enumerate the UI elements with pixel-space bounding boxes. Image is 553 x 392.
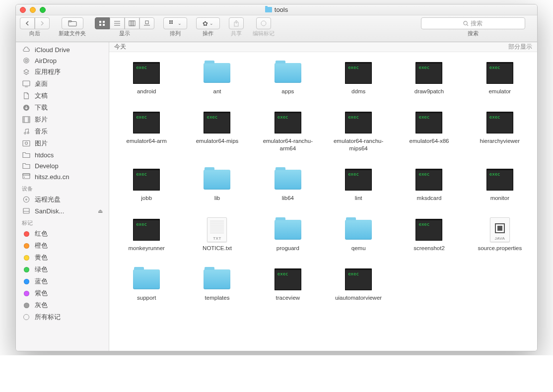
file-item[interactable]: draw9patch <box>397 61 461 95</box>
sidebar-item-label: 文稿 <box>35 91 48 100</box>
file-label: hierarchyviewer <box>480 137 520 144</box>
file-label: qemu <box>351 245 366 252</box>
edittags-button[interactable] <box>256 17 271 29</box>
file-item[interactable]: NOTICE.txt <box>185 218 249 252</box>
tag-dot-icon <box>24 279 29 284</box>
titlebar[interactable]: tools <box>16 4 537 15</box>
file-label: ddms <box>351 88 365 95</box>
doc-icon <box>22 92 31 100</box>
sidebar-item[interactable]: 文稿 <box>16 90 109 102</box>
file-item[interactable]: android <box>114 61 179 95</box>
sidebar-item[interactable]: iCloud Drive <box>16 44 109 55</box>
file-item[interactable]: lib <box>185 168 249 201</box>
file-item[interactable]: ant <box>185 61 249 95</box>
file-item[interactable]: monitor <box>468 168 532 201</box>
svg-rect-25 <box>23 81 30 86</box>
sidebar-item[interactable]: hitsz.edu.cn <box>16 171 109 182</box>
file-item[interactable]: jobb <box>114 168 179 201</box>
minimize-button[interactable] <box>30 7 36 13</box>
svg-rect-4 <box>99 24 101 26</box>
file-item[interactable]: monkeyrunner <box>114 218 179 252</box>
sidebar-tag-item[interactable]: 绿色 <box>16 263 109 275</box>
sidebar-tag-item[interactable]: 红色 <box>16 228 109 240</box>
newfolder-group: 新建文件夹 <box>59 17 86 37</box>
traffic-lights <box>20 7 46 13</box>
view-coverflow-button[interactable] <box>139 17 154 29</box>
file-item[interactable]: lib64 <box>256 168 320 201</box>
close-button[interactable] <box>20 7 26 13</box>
newfolder-button[interactable] <box>62 17 83 29</box>
file-item[interactable]: mksdcard <box>397 168 461 201</box>
sidebar-device-item[interactable]: 远程光盘 <box>16 194 109 205</box>
file-item[interactable]: emulator64-mips <box>185 111 249 152</box>
file-label: lint <box>355 195 362 201</box>
file-item[interactable]: emulator <box>468 61 532 95</box>
file-item[interactable]: screenshot2 <box>397 218 461 252</box>
files-area[interactable]: androidantappsddmsdraw9patchemulatoremul… <box>109 52 537 351</box>
sidebar-tag-item[interactable]: 蓝色 <box>16 275 109 287</box>
sidebar-item[interactable]: AirDrop <box>16 55 109 66</box>
view-label: 显示 <box>119 30 130 37</box>
sidebar-device-item[interactable]: SanDisk...⏏ <box>16 205 109 216</box>
file-item[interactable]: uiautomatorviewer <box>326 267 391 301</box>
back-button[interactable] <box>20 17 35 29</box>
cloud-icon <box>22 46 31 54</box>
view-columns-button[interactable] <box>125 17 139 29</box>
sidebar-item[interactable]: 桌面 <box>16 78 109 90</box>
file-item[interactable]: qemu <box>326 218 391 252</box>
file-label: traceview <box>276 294 300 301</box>
maximize-button[interactable] <box>40 7 46 13</box>
folder-icon <box>275 170 301 190</box>
tag-dot-icon <box>24 291 29 296</box>
svg-point-44 <box>24 177 25 178</box>
sidebar-alltags[interactable]: 所有标记 <box>16 311 109 323</box>
svg-rect-9 <box>129 21 131 26</box>
sidebar-item[interactable]: 音乐 <box>16 126 109 137</box>
folder-icon <box>275 220 301 240</box>
file-item[interactable]: lint <box>326 168 391 201</box>
eject-icon[interactable]: ⏏ <box>98 208 103 214</box>
file-label: emulator64-mips <box>196 137 239 144</box>
file-item[interactable]: support <box>114 267 179 301</box>
file-item[interactable]: emulator64-x86 <box>397 111 461 152</box>
exec-icon <box>133 62 160 84</box>
sidebar-tag-item[interactable]: 紫色 <box>16 287 109 299</box>
file-item[interactable]: templates <box>185 267 249 301</box>
sidebar-item[interactable]: 下载 <box>16 102 109 114</box>
sidebar-item[interactable]: Develop <box>16 160 109 171</box>
view-icons-button[interactable] <box>95 17 110 29</box>
sidebar-item[interactable]: 图片 <box>16 137 109 149</box>
search-input[interactable]: 搜索 <box>421 17 525 29</box>
edittags-label: 编辑标记 <box>253 30 275 37</box>
sidebar-tag-item[interactable]: 橙色 <box>16 240 109 252</box>
sidebar-item[interactable]: htdocs <box>16 149 109 160</box>
file-label: monitor <box>490 195 509 201</box>
sidebar-tag-item[interactable]: 黄色 <box>16 252 109 263</box>
share-button[interactable] <box>229 17 244 29</box>
file-item[interactable]: proguard <box>256 218 320 252</box>
file-label: jobb <box>141 195 152 201</box>
file-item[interactable]: hierarchyviewer <box>468 111 532 152</box>
file-item[interactable]: traceview <box>256 267 320 301</box>
file-item[interactable]: emulator64-ranchu-mips64 <box>326 111 391 152</box>
nav-label: 向后 <box>29 30 40 37</box>
action-button[interactable]: ✿ ⌄ <box>196 17 220 29</box>
svg-rect-15 <box>171 20 173 22</box>
folder-icon <box>22 151 31 159</box>
file-label: emulator64-x86 <box>410 137 449 144</box>
svg-point-41 <box>25 142 28 144</box>
view-list-button[interactable] <box>110 17 125 29</box>
file-label: proguard <box>276 245 299 252</box>
forward-button[interactable] <box>35 17 50 29</box>
file-item[interactable]: emulator64-arm <box>114 111 179 152</box>
svg-rect-12 <box>145 21 148 24</box>
sidebar-item[interactable]: 应用程序 <box>16 66 109 78</box>
arrange-button[interactable]: ⌄ <box>163 17 187 29</box>
file-item[interactable]: apps <box>256 61 320 95</box>
file-item[interactable]: emulator64-ranchu-arm64 <box>256 111 320 152</box>
tag-dot-icon <box>24 231 29 237</box>
file-item[interactable]: source.properties <box>468 218 532 252</box>
sidebar-tag-item[interactable]: 灰色 <box>16 299 109 311</box>
file-item[interactable]: ddms <box>326 61 391 95</box>
sidebar-item[interactable]: 影片 <box>16 114 109 126</box>
